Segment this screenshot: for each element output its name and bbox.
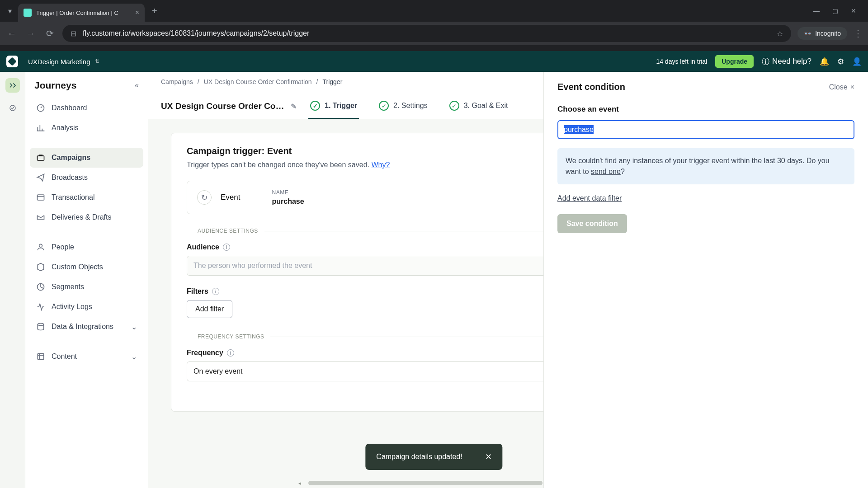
bookmark-icon[interactable]: ☆ <box>777 29 783 38</box>
help-icon: ⓘ <box>762 56 769 67</box>
sidebar-item-dashboard[interactable]: Dashboard <box>30 98 143 118</box>
info-icon[interactable]: i <box>212 288 219 295</box>
svg-rect-2 <box>38 156 44 160</box>
chevron-down-icon: ⌄ <box>131 323 137 331</box>
settings-icon[interactable]: ⚙ <box>837 57 844 66</box>
scroll-left-icon[interactable]: ◂ <box>297 480 303 486</box>
app-logo[interactable] <box>6 56 18 67</box>
tab-close-icon[interactable]: × <box>135 9 139 17</box>
sidebar: Journeys « Dashboard Analysis Campaigns … <box>25 72 148 488</box>
browser-chrome: ▾ Trigger | Order Confirmation | C × + ―… <box>0 0 868 51</box>
window-controls: ― ▢ ✕ <box>813 7 864 14</box>
collapse-sidebar-icon[interactable]: « <box>135 81 139 89</box>
maximize-icon[interactable]: ▢ <box>832 7 838 14</box>
toast-message: Campaign details updated! <box>376 453 462 461</box>
check-icon: ✓ <box>449 101 459 111</box>
horizontal-scrollbar[interactable]: ◂ <box>297 480 542 486</box>
event-condition-panel: Event condition Close × Choose an event … <box>543 72 868 488</box>
close-window-icon[interactable]: ✕ <box>851 7 856 14</box>
input-value: purchase <box>564 125 594 134</box>
sidebar-item-analysis[interactable]: Analysis <box>30 118 143 138</box>
new-tab-button[interactable]: + <box>146 6 163 16</box>
incognito-badge[interactable]: 👓 Incognito <box>797 27 847 40</box>
close-icon: × <box>850 83 854 91</box>
event-name-input[interactable]: purchase <box>557 120 854 139</box>
browser-menu-icon[interactable]: ⋮ <box>854 28 863 39</box>
sidebar-item-transactional[interactable]: Transactional <box>30 188 143 207</box>
breadcrumb-link[interactable]: Campaigns <box>161 78 193 85</box>
address-bar[interactable]: ⊟ fly.customer.io/workspaces/160831/jour… <box>62 25 791 42</box>
info-icon[interactable]: i <box>227 349 234 357</box>
url-text: fly.customer.io/workspaces/160831/journe… <box>83 29 309 38</box>
tab-bar: ▾ Trigger | Order Confirmation | C × + ―… <box>0 0 868 22</box>
incognito-icon: 👓 <box>804 30 811 37</box>
sidebar-item-broadcasts[interactable]: Broadcasts <box>30 168 143 188</box>
help-button[interactable]: ⓘ Need help? <box>762 56 811 67</box>
deliveries-icon <box>36 213 45 222</box>
sidebar-item-data-integrations[interactable]: Data & Integrations ⌄ <box>30 317 143 337</box>
reload-button[interactable]: ⟳ <box>43 28 56 39</box>
sidebar-item-content[interactable]: Content ⌄ <box>30 347 143 366</box>
check-icon: ✓ <box>379 101 389 111</box>
sidebar-item-activity[interactable]: Activity Logs <box>30 297 143 317</box>
sidebar-item-label: Broadcasts <box>52 174 88 182</box>
svg-point-6 <box>38 324 43 326</box>
minimize-icon[interactable]: ― <box>813 7 820 14</box>
svg-point-4 <box>39 244 42 247</box>
rail-secondary-icon[interactable] <box>5 101 20 115</box>
workspace-name: UXDesign Marketing <box>28 58 90 66</box>
sidebar-item-label: People <box>52 243 74 251</box>
audience-label: Audience <box>187 243 219 251</box>
chevron-down-icon: ⌄ <box>131 352 137 361</box>
sidebar-item-label: Custom Objects <box>52 263 103 271</box>
sidebar-item-label: Dashboard <box>52 104 87 112</box>
breadcrumb-current: Trigger <box>322 78 342 85</box>
add-event-filter-link[interactable]: Add event data filter <box>557 194 622 202</box>
send-one-link[interactable]: send one <box>591 168 621 175</box>
analysis-icon <box>36 123 45 132</box>
sidebar-item-label: Activity Logs <box>52 303 92 311</box>
sidebar-item-label: Content <box>52 352 77 361</box>
step-trigger[interactable]: ✓ 1. Trigger <box>308 94 359 119</box>
breadcrumb-link[interactable]: UX Design Course Order Confirmation <box>204 78 312 85</box>
account-icon[interactable]: 👤 <box>852 57 862 66</box>
page-title: UX Design Course Order Confi… <box>161 101 284 111</box>
sidebar-item-custom-objects[interactable]: Custom Objects <box>30 257 143 277</box>
sidebar-item-label: Campaigns <box>52 154 90 162</box>
svg-point-0 <box>10 105 15 111</box>
sidebar-item-segments[interactable]: Segments <box>30 277 143 297</box>
event-type-label: Event <box>221 193 240 202</box>
sidebar-item-deliveries[interactable]: Deliveries & Drafts <box>30 207 143 227</box>
svg-rect-3 <box>38 195 44 200</box>
edit-title-icon[interactable]: ✎ <box>291 102 297 111</box>
panel-close-button[interactable]: Close × <box>829 83 854 91</box>
rail-journeys-icon[interactable] <box>5 78 20 93</box>
site-info-icon[interactable]: ⊟ <box>71 29 76 38</box>
browser-tab[interactable]: Trigger | Order Confirmation | C × <box>18 4 145 22</box>
toolbar: ← → ⟳ ⊟ fly.customer.io/workspaces/16083… <box>0 22 868 45</box>
forward-button[interactable]: → <box>24 28 37 39</box>
event-icon: ↻ <box>197 190 212 205</box>
transactional-icon <box>36 193 45 202</box>
sidebar-item-campaigns[interactable]: Campaigns <box>30 148 143 168</box>
step-settings[interactable]: ✓ 2. Settings <box>377 94 429 119</box>
info-icon[interactable]: i <box>223 244 230 251</box>
app-header: UXDesign Marketing ⇅ 14 days left in tri… <box>0 51 868 72</box>
sidebar-item-people[interactable]: People <box>30 237 143 257</box>
sidebar-item-label: Data & Integrations <box>52 323 113 331</box>
workspace-switcher[interactable]: UXDesign Marketing ⇅ <box>28 58 99 66</box>
toast-close-icon[interactable]: ✕ <box>485 452 492 462</box>
add-filter-button[interactable]: Add filter <box>187 300 232 318</box>
back-button[interactable]: ← <box>5 28 18 39</box>
step-goal-exit[interactable]: ✓ 3. Goal & Exit <box>448 94 510 119</box>
save-condition-button[interactable]: Save condition <box>557 214 627 233</box>
tab-search-dropdown[interactable]: ▾ <box>4 5 16 17</box>
event-not-found-notice: We couldn't find any instances of your t… <box>557 148 854 184</box>
why-link[interactable]: Why? <box>371 161 390 169</box>
notifications-icon[interactable]: 🔔 <box>820 57 829 66</box>
upgrade-button[interactable]: Upgrade <box>715 55 754 68</box>
sidebar-item-label: Transactional <box>52 193 94 202</box>
incognito-label: Incognito <box>815 30 841 37</box>
toast-notification: Campaign details updated! ✕ <box>365 444 502 470</box>
activity-icon <box>36 302 45 311</box>
